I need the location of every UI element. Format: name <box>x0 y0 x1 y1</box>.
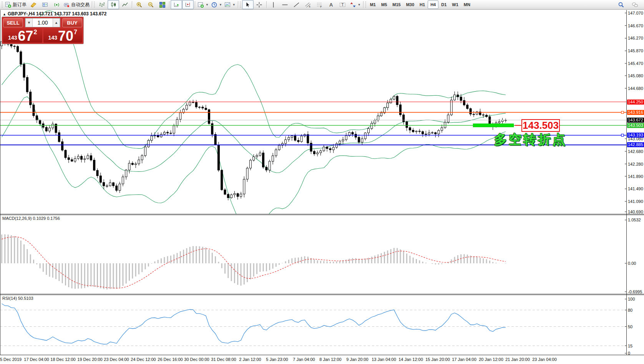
price-tick-label: 147.070 <box>628 11 643 15</box>
metaeditor-icon <box>30 2 37 8</box>
sell-button[interactable]: SELL <box>3 18 23 27</box>
time-tick-label: 23 Dec 04:00 <box>104 357 129 362</box>
arrows-button[interactable]: ▼ <box>349 0 362 9</box>
timeframe-m30-button[interactable]: M30 <box>403 0 417 9</box>
metaeditor-button[interactable] <box>28 0 39 9</box>
hline-button[interactable] <box>279 0 291 9</box>
rsi-scale-label: 15 <box>628 344 632 348</box>
timeframe-h1-button[interactable]: H1 <box>417 0 428 9</box>
macd-scale-label: 1.0532 <box>628 218 641 222</box>
new-order-icon <box>5 2 12 8</box>
timeframe-m15-button[interactable]: M15 <box>390 0 403 9</box>
volume-down-button[interactable]: ▼ <box>25 18 33 27</box>
fibonacci-button[interactable]: F <box>314 0 325 9</box>
autotrade-button[interactable]: 自动交易 <box>62 0 91 9</box>
channel-button[interactable]: E <box>302 0 314 9</box>
autotrade-icon <box>63 2 70 8</box>
signals-icon <box>53 2 60 8</box>
chat-icon <box>632 2 638 8</box>
timeframe-mn-button[interactable]: MN <box>461 0 473 9</box>
toolbar-separator <box>238 1 238 8</box>
buy-price-display[interactable]: 143 70 7 <box>43 28 83 43</box>
time-tick-label: 9 Jan 20:00 <box>346 357 368 362</box>
rsi-label: RSI(14) 50.5103 <box>2 296 33 301</box>
auto-scroll-button[interactable] <box>171 0 182 9</box>
zoom-out-button[interactable] <box>145 0 156 9</box>
price-tick-label: 142.680 <box>628 149 643 154</box>
chat-button[interactable] <box>629 0 641 9</box>
crosshair-button[interactable] <box>254 0 265 9</box>
new-order-button[interactable]: 新订单 <box>4 0 28 9</box>
signals-button[interactable] <box>51 0 62 9</box>
svg-text:T: T <box>342 3 344 7</box>
buy-price-prefix: 143 <box>48 35 57 41</box>
text-label-button[interactable]: T <box>337 0 349 9</box>
bars-chart-button[interactable] <box>96 0 108 9</box>
toolbar-grip <box>2 2 3 8</box>
text-button[interactable]: A <box>325 0 337 9</box>
price-tick-label: 141.890 <box>628 174 643 179</box>
line-chart-icon <box>122 2 128 8</box>
collapse-quote-icon[interactable]: ▲ <box>3 12 6 16</box>
timeframe-h4-button[interactable]: H4 <box>428 0 438 9</box>
line-chart-button[interactable] <box>119 0 131 9</box>
time-axis[interactable]: 15 Dec 201917 Dec 04:0018 Dec 12:0019 De… <box>0 355 644 364</box>
time-tick-label: 24 Dec 12:00 <box>131 357 156 362</box>
sell-price-display[interactable]: 143 67 2 <box>3 28 42 43</box>
toolbar-separator <box>92 1 92 8</box>
channel-icon: E <box>305 2 311 8</box>
timeframe-m5-button[interactable]: M5 <box>378 0 390 9</box>
toolbar-separator <box>363 1 363 8</box>
mt4-window: 新订单自动交易▼▼▼EFAT▼M1M5M15M30H1H4D1W1MN ▲GBP… <box>0 0 644 364</box>
crosshair-icon <box>256 2 262 8</box>
chart-canvas[interactable] <box>0 0 644 364</box>
auto-scroll-icon <box>173 2 180 8</box>
price-tick-label: 146.670 <box>628 23 643 28</box>
bars-chart-icon <box>99 2 105 8</box>
time-tick-label: 31 Dec 08:00 <box>211 357 236 362</box>
volume-input[interactable]: 1.00 <box>33 18 53 27</box>
sell-price-main: 67 <box>18 30 33 42</box>
zoom-in-icon <box>136 2 143 8</box>
indicators-button[interactable]: ▼ <box>196 0 210 9</box>
search-button[interactable] <box>615 0 627 9</box>
toolbar-separator <box>132 1 132 8</box>
profile-chart-button[interactable] <box>39 0 51 9</box>
timeframe-w1-button[interactable]: W1 <box>449 0 461 9</box>
time-tick-label: 23 Jan 04:00 <box>532 357 557 362</box>
timeframe-m1-button[interactable]: M1 <box>367 0 378 9</box>
templates-button[interactable]: ▼ <box>223 0 237 9</box>
toolbar-separator <box>266 1 267 8</box>
price-tick-label: 141.490 <box>628 186 643 191</box>
symbol-info-line[interactable]: ▲GBPJPY-,H4 143.721 143.737 143.603 143.… <box>3 11 106 17</box>
timeframe-d1-button[interactable]: D1 <box>438 0 449 9</box>
macd-scale-label: -0.6995 <box>628 289 642 294</box>
fibonacci-icon: F <box>316 2 323 8</box>
price-level-label: 143.193 <box>627 133 644 138</box>
price-tick-label: 140.690 <box>628 209 643 214</box>
price-level-label: 143.916 <box>627 110 644 115</box>
trendline-button[interactable] <box>291 0 302 9</box>
buy-button[interactable]: BUY <box>62 18 82 27</box>
price-tick-label: 144.680 <box>628 86 643 91</box>
tile-windows-button[interactable] <box>156 0 168 9</box>
time-tick-label: 15 Dec 2019 <box>0 357 22 362</box>
vline-button[interactable] <box>268 0 279 9</box>
candles-chart-button[interactable] <box>108 0 119 9</box>
volume-up-button[interactable]: ▲ <box>53 18 60 27</box>
toolbar-grip <box>94 2 95 8</box>
toolbar-grip <box>365 2 366 8</box>
volume-stepper: ▼ 1.00 ▲ <box>25 18 60 27</box>
periods-button[interactable]: ▼ <box>210 0 223 9</box>
turning-point-annotation[interactable]: 多空转折点 <box>494 131 567 148</box>
svg-text:A: A <box>329 2 333 8</box>
svg-text:E: E <box>309 5 310 8</box>
zoom-in-button[interactable] <box>133 0 145 9</box>
price-level-label: 143.672 <box>627 118 644 123</box>
price-tick-label: 142.280 <box>628 162 643 166</box>
cursor-button[interactable] <box>242 0 254 9</box>
price-callout-box[interactable]: 143.503 <box>521 119 560 132</box>
toolbar-grip <box>240 2 241 8</box>
chart-shift-button[interactable] <box>182 0 194 9</box>
time-tick-label: 14 Jan 12:00 <box>398 357 423 362</box>
